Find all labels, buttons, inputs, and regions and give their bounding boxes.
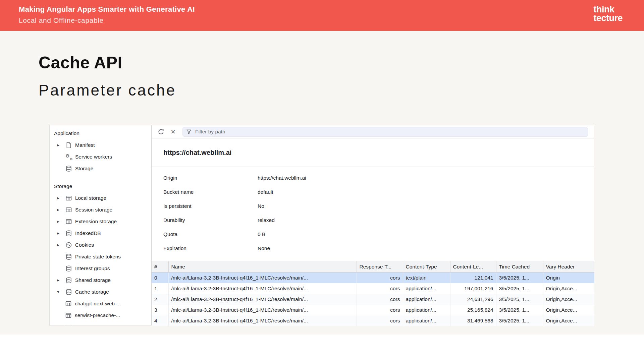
cell-number[interactable]: 0 <box>152 273 168 283</box>
cache-entry-chatgpt-next-web[interactable]: chatgpt-next-web-... <box>50 298 151 309</box>
filter-input[interactable] <box>195 128 588 135</box>
chevron-right-icon[interactable]: ▶ <box>57 232 65 235</box>
cell-response-type[interactable]: cors <box>357 283 403 294</box>
field-row-bucket-name: Bucket name default <box>152 185 594 199</box>
cell-name[interactable]: /mlc-ai/Llama-3.2-3B-Instruct-q4f16_1-ML… <box>168 273 357 283</box>
refresh-icon <box>157 128 165 135</box>
cell-vary-header[interactable]: Origin,Acce... <box>543 294 594 305</box>
sidebar-item-private-state-tokens[interactable]: Private state tokens <box>50 251 151 262</box>
cell-name[interactable]: /mlc-ai/Llama-3.2-3B-Instruct-q4f16_1-ML… <box>168 315 357 326</box>
sidebar-item-shared-storage[interactable]: ▶ Shared storage <box>50 274 151 286</box>
sidebar-item-local-storage[interactable]: ▶ Local storage <box>50 192 151 204</box>
sidebar-item-extension-storage[interactable]: ▶ Extension storage <box>50 216 151 227</box>
sidebar-item-storage[interactable]: Storage <box>50 163 151 174</box>
cell-vary-header[interactable]: Origin,Acce... <box>543 315 594 326</box>
filter-bar[interactable] <box>182 127 588 137</box>
field-value: No <box>258 203 264 209</box>
chevron-right-icon[interactable]: ▶ <box>57 196 65 200</box>
cache-toolbar: × <box>152 125 594 138</box>
delete-selected-button[interactable]: × <box>168 127 178 136</box>
database-icon <box>65 230 72 237</box>
chevron-right-icon[interactable]: ▶ <box>57 208 65 212</box>
cell-content-type[interactable]: application/... <box>403 305 450 315</box>
cell-number[interactable]: 1 <box>152 283 168 294</box>
cell-time-cached[interactable]: 3/5/2025, 1... <box>496 294 543 305</box>
sidebar-item-service-workers[interactable]: ⚙⚙ Service workers <box>50 151 151 163</box>
table-row[interactable]: 4 /mlc-ai/Llama-3.2-3B-Instruct-q4f16_1-… <box>152 315 594 326</box>
chevron-right-icon[interactable]: ▶ <box>57 143 65 147</box>
filter-funnel-icon <box>186 129 192 135</box>
presentation-subtitle: Local and Offline-capable <box>19 16 195 24</box>
col-number[interactable]: # <box>152 261 168 273</box>
field-label: Origin <box>163 175 258 181</box>
sidebar-item-label: Cookies <box>75 242 94 248</box>
refresh-button[interactable] <box>156 127 166 136</box>
sidebar-item-label: Shared storage <box>75 277 111 283</box>
chevron-right-icon[interactable]: ▶ <box>57 243 65 247</box>
cell-time-cached[interactable]: 3/5/2025, 1... <box>496 315 543 326</box>
cell-number[interactable]: 2 <box>152 294 168 305</box>
col-vary-header[interactable]: Vary Header <box>543 261 594 273</box>
cell-content-type[interactable]: application/... <box>403 315 450 326</box>
cell-content-type[interactable]: application/... <box>403 283 450 294</box>
cell-content-type[interactable]: text/plain <box>403 273 450 283</box>
cell-response-type[interactable]: cors <box>357 273 403 283</box>
cell-response-type[interactable]: cors <box>357 294 403 305</box>
chevron-down-icon[interactable]: ▼ <box>57 290 65 294</box>
col-time-cached[interactable]: Time Cached <box>496 261 543 273</box>
chevron-right-icon[interactable]: ▶ <box>57 279 65 282</box>
sidebar-section-storage[interactable]: Storage <box>50 180 151 192</box>
table-row[interactable]: 3 /mlc-ai/Llama-3.2-3B-Instruct-q4f16_1-… <box>152 305 594 315</box>
cell-content-length[interactable]: 197,001,216 <box>450 283 496 294</box>
cell-number[interactable]: 4 <box>152 315 168 326</box>
slide-title: Cache API <box>39 53 122 72</box>
sidebar-item-cache-storage[interactable]: ▼ Cache storage <box>50 286 151 298</box>
sidebar-item-cookies[interactable]: ▶ Cookies <box>50 239 151 251</box>
col-content-length[interactable]: Content-Le... <box>450 261 496 273</box>
origin-header: https://chat.webllm.ai <box>152 138 594 167</box>
sidebar-item-session-storage[interactable]: ▶ Session storage <box>50 204 151 216</box>
cache-entry-serwist-precache[interactable]: serwist-precache-... <box>50 309 151 321</box>
cell-content-type[interactable]: application/... <box>403 294 450 305</box>
table-row[interactable]: 2 /mlc-ai/Llama-3.2-3B-Instruct-q4f16_1-… <box>152 294 594 305</box>
cache-entry-partial[interactable] <box>50 321 151 325</box>
col-name[interactable]: Name <box>168 261 357 273</box>
cell-name[interactable]: /mlc-ai/Llama-3.2-3B-Instruct-q4f16_1-ML… <box>168 294 357 305</box>
cell-content-length[interactable]: 31,469,568 <box>450 315 496 326</box>
cell-time-cached[interactable]: 3/5/2025, 1... <box>496 283 543 294</box>
field-row-is-persistent: Is persistent No <box>152 199 594 213</box>
cell-name[interactable]: /mlc-ai/Llama-3.2-3B-Instruct-q4f16_1-ML… <box>168 305 357 315</box>
cell-vary-header[interactable]: Origin <box>543 273 594 283</box>
cell-vary-header[interactable]: Origin,Acce... <box>543 305 594 315</box>
sidebar-item-label: Service workers <box>75 154 112 160</box>
col-response-type[interactable]: Response-T... <box>357 261 403 273</box>
sidebar-section-application[interactable]: Application <box>50 127 151 139</box>
slide-header-text: Making Angular Apps Smarter with Generat… <box>19 5 195 24</box>
cell-time-cached[interactable]: 3/5/2025, 1... <box>496 273 543 283</box>
table-row[interactable]: 1 /mlc-ai/Llama-3.2-3B-Instruct-q4f16_1-… <box>152 283 594 294</box>
cell-name[interactable]: /mlc-ai/Llama-3.2-3B-Instruct-q4f16_1-ML… <box>168 283 357 294</box>
field-value: None <box>258 245 270 251</box>
origin-title: https://chat.webllm.ai <box>163 149 231 157</box>
cell-response-type[interactable]: cors <box>357 305 403 315</box>
cell-response-type[interactable]: cors <box>357 315 403 326</box>
sidebar-item-label: Cache storage <box>75 289 109 295</box>
sidebar-item-label: Extension storage <box>75 219 117 225</box>
cell-content-length[interactable]: 25,165,824 <box>450 305 496 315</box>
sidebar-item-manifest[interactable]: ▶ Manifest <box>50 139 151 151</box>
table-icon <box>65 206 72 213</box>
cell-number[interactable]: 3 <box>152 305 168 315</box>
sidebar-item-indexeddb[interactable]: ▶ IndexedDB <box>50 227 151 239</box>
devtools-main-panel: × https://chat.webllm.ai Origin https://… <box>152 125 594 325</box>
cell-vary-header[interactable]: Origin,Acce... <box>543 283 594 294</box>
cell-time-cached[interactable]: 3/5/2025, 1... <box>496 305 543 315</box>
cell-content-length[interactable]: 24,631,296 <box>450 294 496 305</box>
sidebar-item-interest-groups[interactable]: Interest groups <box>50 262 151 274</box>
field-label: Bucket name <box>163 189 258 195</box>
slide-header: Making Angular Apps Smarter with Generat… <box>0 0 644 31</box>
table-row[interactable]: 0 /mlc-ai/Llama-3.2-3B-Instruct-q4f16_1-… <box>152 273 594 283</box>
cell-content-length[interactable]: 121,041 <box>450 273 496 283</box>
col-content-type[interactable]: Content-Type <box>403 261 450 273</box>
field-row-origin: Origin https://chat.webllm.ai <box>152 171 594 185</box>
chevron-right-icon[interactable]: ▶ <box>57 220 65 223</box>
